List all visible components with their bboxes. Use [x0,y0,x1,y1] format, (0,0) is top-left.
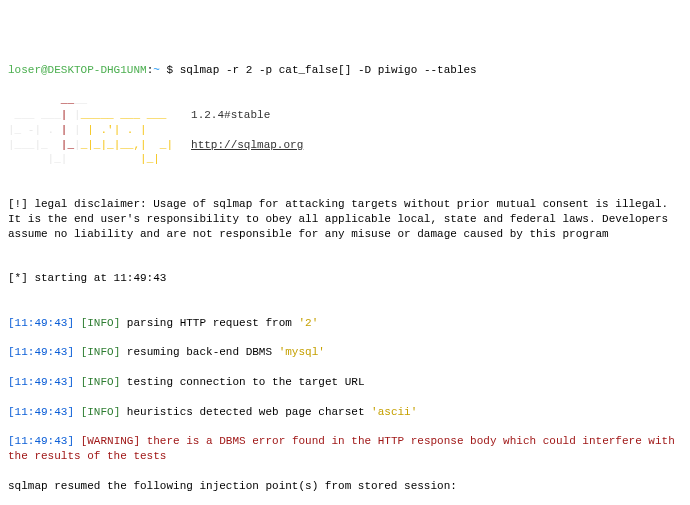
log-msg: parsing HTTP request from [127,317,299,329]
starting-line: [*] starting at 11:49:43 [8,271,682,286]
log-target: '2' [298,317,318,329]
command-text [173,64,180,76]
log-msg: heuristics detected web page charset [127,406,371,418]
log-time: [11:49:43] [8,317,74,329]
sqlmap-logo: ____ ___ ___| |_____ ___ ___ |_ -| . | |… [8,93,173,167]
log-time: [11:49:43] [8,406,74,418]
disclaimer: [!] legal disclaimer: Usage of sqlmap fo… [8,197,682,242]
resumed-line: sqlmap resumed the following injection p… [8,479,682,494]
prompt-path: ~ [153,64,160,76]
log-time: [11:49:43] [8,376,74,388]
log-msg: testing connection to the target URL [127,376,365,388]
log-msg: resuming back-end DBMS [127,346,279,358]
log-tag: [INFO] [81,376,121,388]
log-target: 'ascii' [371,406,417,418]
prompt-user: loser@DESKTOP-DHG1UNM [8,64,147,76]
warn-tag: [WARNING] [81,435,140,447]
log-tag: [INFO] [81,406,121,418]
log-tag: [INFO] [81,346,121,358]
version-box: 1.2.4#stable http://sqlmap.org [191,93,303,152]
version-text: 1.2.4#stable [191,109,270,121]
log-target: 'mysql' [279,346,325,358]
log-tag: [INFO] [81,317,121,329]
command: sqlmap -r 2 -p cat_false[] -D piwigo --t… [180,64,477,76]
log-time: [11:49:43] [8,346,74,358]
warn-time: [11:49:43] [8,435,74,447]
sqlmap-link[interactable]: http://sqlmap.org [191,139,303,151]
